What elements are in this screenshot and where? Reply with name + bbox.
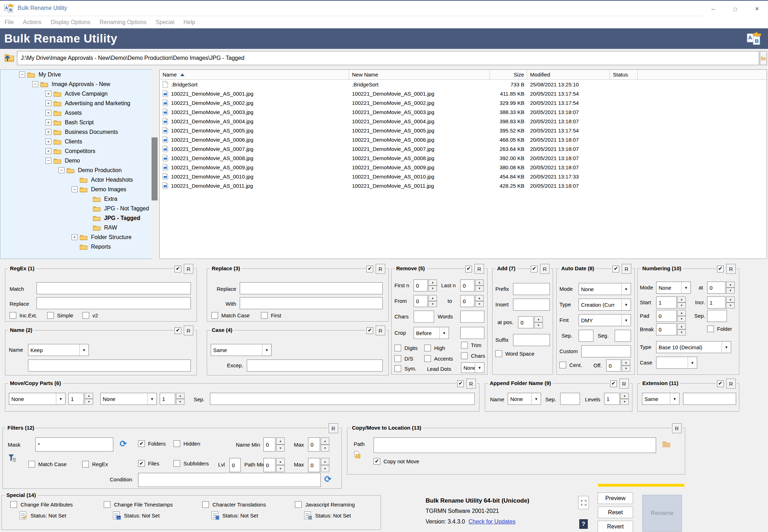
autodate-mode-dropdown[interactable]: None: [579, 283, 631, 295]
maximize-button[interactable]: □: [724, 1, 746, 16]
add-enable-checkbox[interactable]: [531, 266, 537, 272]
remove-words-input[interactable]: [460, 311, 484, 323]
add-suffix-input[interactable]: [513, 334, 550, 346]
tree-item[interactable]: +Clients: [0, 137, 157, 146]
menu-help[interactable]: Help: [179, 16, 200, 28]
column-header-status[interactable]: Status: [610, 70, 638, 79]
column-header-modified[interactable]: Modified: [527, 70, 610, 79]
numbering-pad-spinner[interactable]: [677, 310, 686, 322]
replace-with-input[interactable]: [240, 297, 383, 309]
collapse-icon[interactable]: −: [32, 81, 38, 87]
numbering-mode-dropdown[interactable]: None: [656, 282, 691, 294]
movecopy-count1-input[interactable]: [68, 393, 84, 405]
refresh-icon[interactable]: ⟳: [324, 475, 331, 483]
filters-folders-checkbox[interactable]: [138, 440, 145, 447]
name-value-input[interactable]: [28, 360, 191, 372]
numbering-at-spinner[interactable]: [726, 282, 735, 294]
expand-window-button[interactable]: [578, 496, 589, 509]
remove-from-input[interactable]: [414, 295, 428, 307]
add-prefix-input[interactable]: [513, 283, 550, 295]
autodate-off-input[interactable]: [606, 360, 621, 372]
remove-lead-dots-dropdown[interactable]: None: [461, 362, 484, 373]
numbering-sep-input[interactable]: [707, 310, 727, 322]
regex-enable-checkbox[interactable]: [175, 266, 181, 272]
copymove-path-input[interactable]: [374, 437, 656, 453]
remove-trim-checkbox[interactable]: [461, 342, 468, 349]
case-reset-button[interactable]: R: [376, 326, 385, 335]
autodate-fmt-dropdown[interactable]: DMY: [579, 314, 631, 326]
movecopy-count2-spinner[interactable]: [176, 393, 184, 405]
table-row[interactable]: 100221_DemoMovie_AS_0011.jpg100221_DemoM…: [160, 181, 767, 190]
remove-from-spinner[interactable]: [428, 295, 437, 307]
appendfolder-levels-spinner[interactable]: [620, 393, 629, 405]
appendfolder-reset-button[interactable]: R: [619, 379, 629, 389]
copy-document-icon[interactable]: [354, 451, 361, 459]
tree-item[interactable]: −My Drive: [0, 70, 157, 79]
regex-replace-input[interactable]: [36, 297, 191, 309]
column-header-new-name[interactable]: New Name: [349, 70, 490, 79]
menu-renaming-options[interactable]: Renaming Options: [95, 16, 151, 28]
reset-button[interactable]: Reset: [598, 506, 633, 518]
table-row[interactable]: 100221_DemoMovie_AS_0008.jpg100221_DemoM…: [160, 153, 767, 163]
refresh-icon[interactable]: ⟳: [120, 440, 127, 448]
expand-icon[interactable]: +: [72, 234, 78, 240]
extension-value-input[interactable]: [683, 393, 736, 405]
regex-simple-checkbox[interactable]: [47, 312, 54, 319]
remove-chars-input[interactable]: [414, 311, 434, 323]
tree-item[interactable]: Reports: [0, 242, 157, 251]
table-row[interactable]: 100221_DemoMovie_AS_0005.jpg100221_DemoM…: [160, 126, 767, 135]
numbering-incr-input[interactable]: [707, 296, 726, 309]
numbering-start-spinner[interactable]: [677, 296, 686, 309]
tree-scrollbar-thumb[interactable]: [152, 137, 158, 200]
numbering-case-dropdown[interactable]: [656, 357, 697, 369]
replace-match-case-checkbox[interactable]: [211, 312, 218, 319]
appendfolder-levels-input[interactable]: [604, 393, 620, 405]
replace-replace-input[interactable]: [240, 282, 383, 294]
expand-icon[interactable]: +: [45, 138, 51, 145]
regex-incext-checkbox[interactable]: [10, 312, 16, 319]
appendfolder-mode-dropdown[interactable]: None: [508, 393, 541, 405]
remove-crop-dropdown[interactable]: Before: [414, 327, 449, 339]
filters-match-case-checkbox[interactable]: [28, 461, 35, 468]
numbering-enable-checkbox[interactable]: [717, 266, 724, 272]
table-row[interactable]: 100221_DemoMovie_AS_0003.jpg100221_DemoM…: [160, 107, 767, 117]
filters-name-min-input[interactable]: [263, 437, 275, 452]
filters-subfolders-checkbox[interactable]: [173, 460, 180, 467]
table-row[interactable]: 100221_DemoMovie_AS_0009.jpg100221_DemoM…: [160, 163, 767, 172]
remove-last-n-input[interactable]: [460, 279, 474, 292]
help-button[interactable]: ?: [579, 519, 588, 529]
remove-digits-checkbox[interactable]: [394, 345, 401, 351]
name-mode-dropdown[interactable]: Keep: [28, 344, 89, 356]
expand-icon[interactable]: +: [45, 119, 51, 125]
tree-item[interactable]: +Competitors: [0, 146, 157, 156]
remove-last-n-spinner[interactable]: [475, 279, 484, 292]
table-row[interactable]: 100221_DemoMovie_AS_0006.jpg100221_DemoM…: [160, 135, 767, 144]
extension-mode-dropdown[interactable]: Same: [642, 393, 679, 405]
menu-file[interactable]: File: [0, 16, 18, 28]
remove-to-spinner[interactable]: [475, 295, 484, 307]
table-row[interactable]: 100221_DemoMovie_AS_0002.jpg100221_DemoM…: [160, 98, 767, 107]
filters-path-min-input[interactable]: [263, 458, 275, 472]
filters-lvl-input[interactable]: [229, 458, 241, 472]
column-header-size[interactable]: Size: [490, 70, 527, 79]
remove-reset-button[interactable]: R: [474, 264, 484, 274]
path-address-input[interactable]: [17, 51, 759, 65]
autodate-reset-button[interactable]: R: [622, 264, 631, 274]
tree-item[interactable]: Actor Headshots: [0, 175, 157, 185]
remove-accents-checkbox[interactable]: [424, 355, 431, 362]
table-row[interactable]: .BridgeSort.BridgeSort733 B25/08/2021 13…: [160, 80, 767, 89]
preview-button[interactable]: Preview: [598, 492, 633, 504]
autodate-off-spinner[interactable]: [622, 360, 630, 372]
replace-first-checkbox[interactable]: [261, 312, 268, 319]
tree-scrollbar[interactable]: [152, 69, 158, 259]
filters-reset-button[interactable]: R: [329, 423, 338, 433]
remove-crop-input[interactable]: [460, 327, 484, 339]
expand-icon[interactable]: +: [45, 91, 51, 97]
expand-icon[interactable]: +: [45, 100, 51, 106]
numbering-incr-spinner[interactable]: [726, 296, 735, 309]
tree-item[interactable]: −Demo Production: [0, 165, 157, 175]
remove-high-checkbox[interactable]: [424, 345, 431, 351]
autodate-sep-input[interactable]: [579, 330, 593, 342]
table-row[interactable]: 100221_DemoMovie_AS_0010.jpg100221_DemoM…: [160, 172, 767, 181]
remove-first-n-spinner[interactable]: [428, 279, 437, 292]
